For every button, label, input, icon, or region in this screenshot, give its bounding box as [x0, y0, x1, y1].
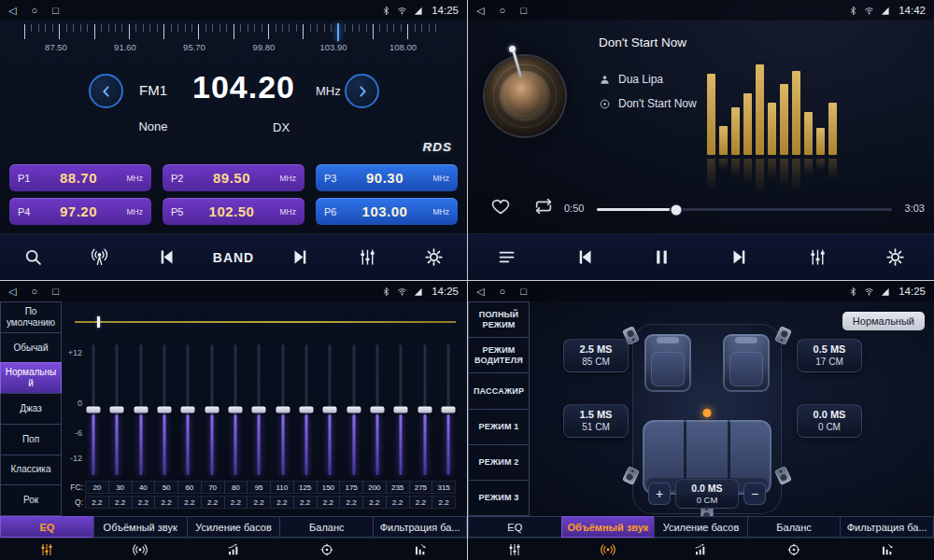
eq-band-slider[interactable] — [86, 344, 101, 475]
tab-bass-filter[interactable]: Фильтрация ба... — [373, 516, 467, 538]
search-button[interactable] — [14, 238, 53, 277]
eq-band-slider[interactable] — [109, 344, 124, 475]
eq-sliders-icon[interactable] — [468, 539, 561, 560]
nav-home-icon[interactable]: ○ — [31, 6, 37, 16]
eq-preset-rock[interactable]: Рок — [0, 484, 62, 516]
passenger-seat[interactable] — [723, 334, 770, 392]
eq-band-slider[interactable] — [251, 344, 266, 475]
frequency-ruler[interactable]: 87.50 91.60 95.70 99.80 103.90 108.00 — [0, 21, 467, 57]
bass-boost-icon[interactable] — [655, 539, 748, 560]
surround-sound-icon[interactable] — [561, 539, 655, 560]
equalizer-button[interactable] — [347, 238, 387, 277]
eq-band-knob[interactable] — [110, 407, 124, 413]
eq-preset-custom[interactable]: Обычай — [0, 332, 62, 364]
nav-back-icon[interactable]: ◁ — [8, 6, 16, 16]
eq-band-slider[interactable] — [180, 344, 195, 475]
mode-1[interactable]: РЕЖИМ 1 — [468, 409, 530, 445]
driver-seat[interactable] — [644, 334, 691, 392]
radio-scan-button[interactable] — [80, 238, 120, 277]
eq-band-slider[interactable] — [205, 344, 219, 475]
nav-home-icon[interactable]: ○ — [499, 6, 505, 16]
tune-down-button[interactable] — [89, 74, 123, 108]
eq-band-knob[interactable] — [134, 407, 148, 413]
mode-full[interactable]: ПОЛНЫЙ РЕЖИМ — [468, 301, 530, 338]
front-left-delay[interactable]: 2.5 MS 85 CM — [563, 339, 629, 372]
repeat-button[interactable] — [533, 196, 554, 219]
eq-preset-jazz[interactable]: Джаз — [0, 393, 62, 425]
nav-recents-icon[interactable]: □ — [52, 287, 59, 297]
balance-icon[interactable] — [280, 539, 374, 560]
nav-back-icon[interactable]: ◁ — [476, 287, 484, 297]
eq-band-slider[interactable] — [299, 344, 314, 475]
settings-button[interactable] — [414, 238, 453, 277]
eq-band-slider[interactable] — [322, 344, 337, 475]
mode-3[interactable]: РЕЖИМ 3 — [468, 480, 530, 516]
preset-p5[interactable]: P5 102.50 MHz — [163, 198, 304, 225]
rear-left-delay[interactable]: 1.5 MS 51 CM — [563, 404, 629, 438]
tab-bass-boost[interactable]: Усиление басов — [654, 516, 748, 538]
next-station-button[interactable] — [281, 238, 320, 277]
mode-passenger[interactable]: ПАССАЖИР — [468, 372, 530, 409]
eq-band-knob[interactable] — [299, 407, 313, 413]
eq-band-knob[interactable] — [323, 407, 337, 413]
filter-icon[interactable] — [374, 539, 467, 560]
eq-preset-normal[interactable]: Нормальный — [0, 362, 62, 394]
eq-sliders-icon[interactable] — [0, 539, 93, 560]
previous-track-button[interactable] — [565, 238, 604, 277]
eq-band-slider[interactable] — [370, 344, 385, 475]
master-level-slider[interactable] — [75, 321, 456, 323]
tab-bass-boost[interactable]: Усиление басов — [187, 516, 281, 538]
eq-band-slider[interactable] — [417, 344, 432, 475]
eq-band-knob[interactable] — [347, 407, 361, 413]
balance-icon[interactable] — [747, 539, 841, 560]
eq-band-knob[interactable] — [87, 407, 101, 413]
delay-decrease-button[interactable]: − — [743, 483, 766, 505]
eq-preset-pop[interactable]: Поп — [0, 424, 62, 455]
delay-increase-button[interactable]: + — [648, 483, 671, 505]
tab-surround-sound[interactable]: Объёмный звук — [93, 516, 188, 538]
band-button[interactable]: BAND — [213, 238, 254, 277]
eq-preset-classic[interactable]: Классика — [0, 455, 62, 486]
seek-bar-knob[interactable] — [672, 204, 682, 215]
master-level-knob[interactable] — [97, 316, 100, 328]
eq-band-slider[interactable] — [347, 344, 361, 475]
previous-station-button[interactable] — [147, 238, 186, 277]
eq-band-knob[interactable] — [157, 407, 171, 413]
eq-band-knob[interactable] — [205, 407, 219, 413]
eq-band-knob[interactable] — [394, 407, 408, 413]
bass-boost-icon[interactable] — [187, 539, 280, 560]
settings-button[interactable] — [875, 238, 914, 277]
nav-recents-icon[interactable]: □ — [520, 6, 527, 16]
preset-p3[interactable]: P3 90.30 MHz — [316, 164, 458, 191]
rear-right-delay[interactable]: 0.0 MS 0 CM — [797, 404, 862, 438]
tab-bass-filter[interactable]: Фильтрация ба... — [840, 516, 934, 538]
nav-home-icon[interactable]: ○ — [31, 287, 37, 297]
eq-band-knob[interactable] — [181, 407, 195, 413]
tab-eq[interactable]: EQ — [0, 516, 94, 538]
front-right-delay[interactable]: 0.5 MS 17 CM — [797, 339, 862, 372]
filter-icon[interactable] — [841, 539, 934, 560]
eq-band-slider[interactable] — [276, 344, 290, 475]
equalizer-button[interactable] — [798, 238, 837, 277]
eq-band-knob[interactable] — [276, 407, 290, 413]
next-track-button[interactable] — [720, 238, 759, 277]
tab-balance[interactable]: Баланс — [747, 516, 842, 538]
pause-button[interactable] — [643, 238, 682, 277]
eq-band-slider[interactable] — [157, 344, 172, 475]
eq-band-knob[interactable] — [370, 407, 384, 413]
tab-surround-sound[interactable]: Объёмный звук — [561, 516, 656, 538]
mode-2[interactable]: РЕЖИМ 2 — [468, 444, 530, 481]
eq-band-knob[interactable] — [417, 407, 432, 413]
sound-profile-button[interactable]: Нормальный — [842, 312, 925, 330]
nav-back-icon[interactable]: ◁ — [8, 287, 16, 297]
preset-p2[interactable]: P2 89.50 MHz — [163, 164, 304, 191]
nav-home-icon[interactable]: ○ — [499, 287, 505, 297]
preset-p4[interactable]: P4 97.20 MHz — [9, 198, 151, 225]
tune-up-button[interactable] — [345, 74, 379, 108]
playlist-button[interactable] — [488, 238, 527, 277]
eq-band-slider[interactable] — [393, 344, 408, 475]
eq-band-knob[interactable] — [228, 407, 242, 413]
eq-band-slider[interactable] — [228, 344, 243, 475]
nav-recents-icon[interactable]: □ — [520, 287, 527, 297]
seek-bar[interactable] — [597, 208, 892, 211]
